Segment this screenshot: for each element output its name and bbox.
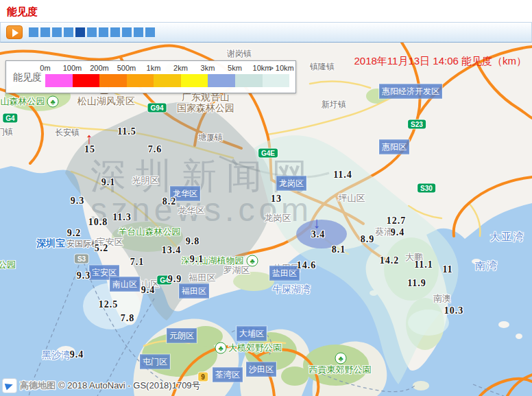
legend-tick: 0m [40, 64, 50, 72]
legend-swatch-5 [181, 74, 208, 87]
page-header: 能见度 [0, 0, 532, 22]
frame-button-6[interactable] [87, 27, 97, 37]
legend-color-bar [45, 74, 289, 87]
legend-swatch-3 [127, 74, 154, 87]
legend-swatch-0 [45, 74, 73, 87]
legend-tick: 100m [63, 64, 82, 72]
frame-button-7[interactable] [99, 27, 108, 37]
frame-button-5[interactable] [75, 27, 85, 37]
legend-title: 能见度 [13, 71, 42, 84]
frame-button-9[interactable] [122, 27, 132, 37]
legend-swatch-8 [263, 74, 290, 87]
legend-swatch-2 [99, 74, 127, 87]
play-icon [12, 29, 19, 37]
legend-swatch-6 [208, 74, 235, 87]
visibility-legend: 能见度 0m100m200m500m1km2km3km5km10km> 10km [5, 60, 296, 93]
visibility-app: 能见度 [0, 0, 532, 396]
map-attribution: 高德地图 © 2018 AutoNavi - GS(2018)1709号 [2, 378, 201, 393]
frame-timestamp: 2018年11月13日 14:06 能见度（km） [354, 55, 527, 68]
legend-tick: 500m [117, 64, 136, 72]
legend-tick: 1km [147, 64, 161, 72]
frame-button-4[interactable] [64, 27, 73, 37]
frame-button-8[interactable] [110, 27, 120, 37]
page-title: 能见度 [7, 5, 38, 19]
frame-button-10[interactable] [134, 27, 143, 37]
frame-button-11[interactable] [145, 27, 155, 37]
legend-swatch-4 [154, 74, 181, 87]
frame-button-1[interactable] [29, 27, 38, 37]
frame-button-3[interactable] [52, 27, 62, 37]
frame-selector [29, 27, 155, 37]
basemap [0, 43, 532, 396]
legend-swatch-1 [73, 74, 100, 87]
playback-toolbar [0, 22, 532, 43]
copyright-notice: © 2018 AutoNavi - GS(2018)1709号 [58, 380, 201, 392]
play-button[interactable] [6, 25, 23, 39]
legend-tick: 5km [228, 64, 242, 72]
legend-tick: 3km [201, 64, 215, 72]
legend-tick-row: 0m100m200m500m1km2km3km5km10km> 10km [45, 64, 289, 73]
legend-swatch-7 [235, 74, 263, 87]
frame-button-2[interactable] [40, 27, 50, 37]
map-canvas[interactable]: 深圳新闻网 sznews.com 谢岗镇镇隆镇新圩镇长安镇门镇塘厦镇光明区龙华区… [0, 43, 532, 396]
amap-brand: 高德地图 [20, 380, 56, 392]
legend-tick: 200m [90, 64, 109, 72]
legend-tick: > 10km [269, 64, 293, 72]
amap-logo-icon [2, 378, 17, 393]
legend-tick: 2km [173, 64, 188, 72]
